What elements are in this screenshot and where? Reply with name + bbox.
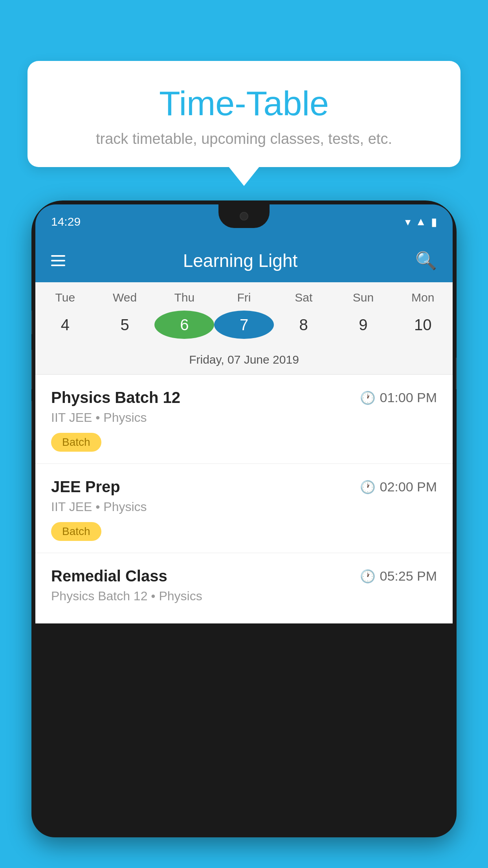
phone-frame: 14:29 ▾ ▲ ▮ Learning Light 🔍 bbox=[31, 200, 457, 837]
schedule-item-title: Physics Batch 12 bbox=[51, 389, 180, 406]
day-name-mon: Mon bbox=[393, 291, 453, 304]
day-numbers-row: 45678910 bbox=[35, 307, 453, 348]
signal-icon: ▲ bbox=[415, 215, 426, 228]
schedule-item-2[interactable]: Remedial Class 🕐 05:25 PM Physics Batch … bbox=[35, 553, 453, 623]
day-num-wrapper[interactable]: 10 bbox=[393, 311, 453, 339]
batch-badge: Batch bbox=[51, 433, 101, 452]
day-names-row: TueWedThuFriSatSunMon bbox=[35, 282, 453, 307]
selected-date-label: Friday, 07 June 2019 bbox=[35, 348, 453, 375]
schedule-item-title: Remedial Class bbox=[51, 567, 167, 585]
schedule-item-header: JEE Prep 🕐 02:00 PM bbox=[51, 478, 437, 496]
schedule-item-time: 🕐 01:00 PM bbox=[360, 390, 437, 405]
calendar-week: TueWedThuFriSatSunMon 45678910 Friday, 0… bbox=[35, 282, 453, 375]
schedule-time-text: 05:25 PM bbox=[380, 568, 437, 584]
search-icon[interactable]: 🔍 bbox=[415, 250, 437, 271]
phone-mockup: 14:29 ▾ ▲ ▮ Learning Light 🔍 bbox=[31, 200, 457, 868]
schedule-item-subtitle: Physics Batch 12 • Physics bbox=[51, 589, 437, 603]
schedule-item-time: 🕐 02:00 PM bbox=[360, 479, 437, 495]
day-num-7[interactable]: 7 bbox=[214, 311, 274, 339]
schedule-item-title: JEE Prep bbox=[51, 478, 120, 496]
power-button bbox=[456, 358, 457, 389]
volume-up-button bbox=[31, 311, 32, 334]
schedule-time-text: 01:00 PM bbox=[380, 390, 437, 405]
schedule-time-text: 02:00 PM bbox=[380, 479, 437, 495]
day-name-fri: Fri bbox=[214, 291, 274, 304]
schedule-item-subtitle: IIT JEE • Physics bbox=[51, 410, 437, 425]
notch bbox=[218, 204, 270, 228]
battery-icon: ▮ bbox=[431, 215, 437, 228]
day-num-wrapper[interactable]: 9 bbox=[334, 311, 393, 339]
clock-icon: 🕐 bbox=[360, 480, 376, 495]
clock-icon: 🕐 bbox=[360, 390, 376, 405]
day-num-wrapper[interactable]: 4 bbox=[35, 311, 95, 339]
extra-button bbox=[31, 401, 32, 440]
hamburger-menu-button[interactable] bbox=[51, 255, 65, 266]
app-title: Learning Light bbox=[77, 250, 404, 271]
day-name-sun: Sun bbox=[334, 291, 393, 304]
day-num-wrapper[interactable]: 7 bbox=[214, 311, 274, 339]
schedule-item-header: Physics Batch 12 🕐 01:00 PM bbox=[51, 389, 437, 406]
volume-down-button bbox=[31, 350, 32, 389]
status-bar: 14:29 ▾ ▲ ▮ bbox=[35, 204, 453, 239]
day-num-9[interactable]: 9 bbox=[334, 311, 393, 339]
app-bar: Learning Light 🔍 bbox=[35, 239, 453, 282]
status-icons: ▾ ▲ ▮ bbox=[405, 215, 437, 228]
day-num-wrapper[interactable]: 5 bbox=[95, 311, 155, 339]
day-num-wrapper[interactable]: 6 bbox=[154, 311, 214, 339]
schedule-item-header: Remedial Class 🕐 05:25 PM bbox=[51, 567, 437, 585]
clock-icon: 🕐 bbox=[360, 569, 376, 584]
batch-badge: Batch bbox=[51, 522, 101, 541]
day-num-wrapper[interactable]: 8 bbox=[274, 311, 334, 339]
wifi-icon: ▾ bbox=[405, 215, 411, 228]
day-num-10[interactable]: 10 bbox=[393, 311, 453, 339]
schedule-item-time: 🕐 05:25 PM bbox=[360, 568, 437, 584]
day-num-6[interactable]: 6 bbox=[154, 311, 214, 339]
day-name-thu: Thu bbox=[154, 291, 214, 304]
tooltip-card: Time-Table track timetable, upcoming cla… bbox=[28, 61, 460, 167]
day-num-5[interactable]: 5 bbox=[95, 311, 155, 339]
schedule-item-1[interactable]: JEE Prep 🕐 02:00 PM IIT JEE • Physics Ba… bbox=[35, 464, 453, 553]
schedule-list: Physics Batch 12 🕐 01:00 PM IIT JEE • Ph… bbox=[35, 375, 453, 623]
schedule-item-subtitle: IIT JEE • Physics bbox=[51, 500, 437, 514]
tooltip-subtitle: track timetable, upcoming classes, tests… bbox=[51, 131, 437, 147]
phone-screen: 14:29 ▾ ▲ ▮ Learning Light 🔍 bbox=[35, 204, 453, 833]
status-time: 14:29 bbox=[51, 215, 81, 228]
schedule-item-0[interactable]: Physics Batch 12 🕐 01:00 PM IIT JEE • Ph… bbox=[35, 375, 453, 464]
day-name-wed: Wed bbox=[95, 291, 155, 304]
tooltip-title: Time-Table bbox=[51, 85, 437, 123]
day-num-8[interactable]: 8 bbox=[274, 311, 334, 339]
day-name-sat: Sat bbox=[274, 291, 334, 304]
day-num-4[interactable]: 4 bbox=[35, 311, 95, 339]
day-name-tue: Tue bbox=[35, 291, 95, 304]
camera-dot bbox=[240, 212, 248, 221]
